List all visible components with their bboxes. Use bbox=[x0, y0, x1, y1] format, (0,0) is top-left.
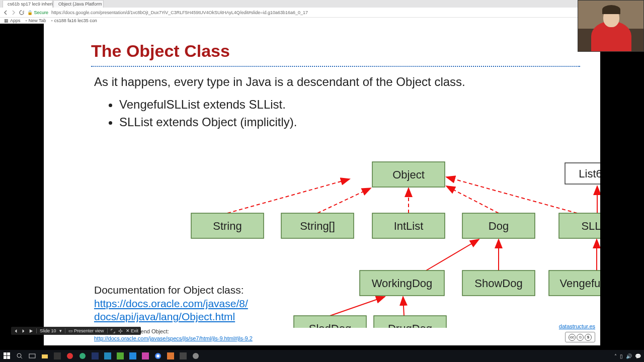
svg-rect-35 bbox=[92, 352, 99, 359]
gear-icon[interactable] bbox=[118, 329, 123, 333]
node-List61B: List61B bbox=[565, 163, 600, 184]
address-bar-row: 🔒 Secure https://docs.google.com/present… bbox=[0, 8, 644, 18]
bookmark-cs188[interactable]: ▫ cs188 fa16 lec35 con bbox=[51, 18, 97, 23]
prev-slide-icon[interactable] bbox=[14, 329, 18, 333]
back-icon[interactable] bbox=[3, 10, 8, 15]
browser-tab-1[interactable]: cs61b sp17 lec9 inherit bbox=[3, 0, 53, 8]
svg-rect-27 bbox=[4, 356, 7, 359]
svg-point-34 bbox=[79, 353, 86, 359]
doc-label: Documentation for Object class: bbox=[94, 284, 244, 296]
svg-point-24 bbox=[119, 330, 121, 332]
node-ShowDog: ShowDog bbox=[462, 270, 535, 296]
node-IntList: IntList bbox=[372, 213, 445, 238]
svg-rect-42 bbox=[167, 352, 174, 359]
tab-title: Object (Java Platform S bbox=[58, 2, 104, 7]
svg-text:Object: Object bbox=[392, 168, 425, 181]
svg-rect-38 bbox=[129, 352, 136, 359]
svg-point-41 bbox=[156, 354, 159, 357]
svg-text:VengefulSLList: VengefulSLList bbox=[560, 277, 600, 290]
node-SledDog: SledDog bbox=[294, 316, 366, 328]
svg-text:SLList: SLList bbox=[581, 220, 600, 232]
node-DrugDog: DrugDog bbox=[374, 316, 446, 328]
node-WorkingDog: WorkingDog bbox=[360, 270, 444, 296]
system-tray[interactable]: ˄ ▯ 🔊 💬 bbox=[614, 353, 641, 359]
app-icon-3[interactable] bbox=[78, 352, 87, 360]
svg-point-44 bbox=[193, 353, 199, 359]
app-icon-2[interactable] bbox=[66, 352, 74, 360]
edge-SledDog-WorkingDog bbox=[330, 297, 385, 316]
app-icon-9[interactable] bbox=[167, 352, 175, 360]
svg-rect-43 bbox=[180, 352, 187, 359]
url-text[interactable]: https://docs.google.com/presentation/d/1… bbox=[51, 10, 308, 15]
svg-rect-37 bbox=[117, 352, 124, 359]
node-Object: Object bbox=[372, 162, 445, 187]
tray-vol-icon[interactable]: 🔊 bbox=[626, 353, 632, 359]
app-icon-1[interactable] bbox=[53, 352, 61, 360]
tray-notif-icon[interactable]: 💬 bbox=[635, 353, 641, 359]
taskview-icon[interactable] bbox=[28, 352, 36, 360]
tray-chevron-icon[interactable]: ˄ bbox=[614, 353, 617, 359]
app-icon-6[interactable] bbox=[116, 352, 124, 360]
svg-rect-39 bbox=[142, 352, 149, 359]
app-icon-7[interactable] bbox=[129, 352, 137, 360]
search-icon[interactable] bbox=[16, 352, 24, 360]
svg-point-33 bbox=[67, 353, 73, 359]
title-divider bbox=[91, 66, 580, 67]
exit-button[interactable]: ✕ Exit bbox=[126, 328, 139, 333]
svg-rect-26 bbox=[7, 352, 10, 355]
svg-rect-31 bbox=[42, 354, 48, 358]
browser-chrome: cs61b sp17 lec9 inherit Object (Java Pla… bbox=[0, 0, 644, 24]
slide-title: The Object Class bbox=[91, 41, 230, 61]
next-slide-icon[interactable] bbox=[21, 329, 26, 333]
edge-WorkingDog-Dog bbox=[426, 239, 479, 270]
edge-Dog-Object bbox=[446, 186, 499, 213]
play-icon[interactable] bbox=[29, 329, 33, 333]
footnote-link[interactable]: http://docs.oracle.com/javase/specs/jls/… bbox=[94, 335, 253, 341]
secure-badge: 🔒 Secure bbox=[27, 10, 48, 15]
start-icon[interactable] bbox=[3, 352, 11, 360]
bookmark-bar: ▦ Apps ▫ New Tab ▫ cs188 fa16 lec35 con bbox=[0, 18, 644, 24]
svg-text:ShowDog: ShowDog bbox=[474, 277, 522, 290]
slide-counter[interactable]: Slide 10 bbox=[40, 328, 56, 333]
svg-text:String: String bbox=[213, 220, 242, 232]
app-icon-11[interactable] bbox=[192, 352, 200, 360]
expand-icon[interactable] bbox=[111, 329, 115, 333]
svg-rect-36 bbox=[104, 352, 111, 359]
slide-bullets: VengefulSLList extends SLList. SLList ex… bbox=[108, 94, 297, 129]
svg-rect-30 bbox=[29, 354, 35, 358]
doc-link[interactable]: https://docs.oracle.com/javase/8/ docs/a… bbox=[94, 297, 248, 324]
node-StringArr: String[] bbox=[281, 213, 354, 238]
edge-StringArr-Object bbox=[317, 188, 371, 213]
brand-link[interactable]: datastructur.es bbox=[559, 323, 595, 329]
node-String: String bbox=[191, 213, 264, 238]
chrome-icon[interactable] bbox=[154, 352, 162, 360]
edge-SLList-Object bbox=[446, 177, 577, 213]
node-VengefulSLList: VengefulSLList bbox=[549, 270, 600, 296]
app-icon-8[interactable] bbox=[141, 352, 149, 360]
app-icon-4[interactable] bbox=[91, 352, 99, 360]
presenter-toolbar: Slide 10▾ ▭ Presenter view ✕ Exit bbox=[11, 327, 141, 335]
cc-license-icon: cc⦸$ bbox=[565, 332, 595, 342]
bookmark-newtab[interactable]: ▫ New Tab bbox=[26, 18, 46, 23]
slide-intro: As it happens, every type in Java is a d… bbox=[94, 75, 465, 89]
bookmark-apps[interactable]: ▦ Apps bbox=[4, 18, 21, 23]
browser-tabs: cs61b sp17 lec9 inherit Object (Java Pla… bbox=[0, 0, 644, 8]
bullet-1: VengefulSLList extends SLList. bbox=[119, 98, 297, 112]
node-SLList: SLList bbox=[559, 213, 600, 238]
forward-icon[interactable] bbox=[11, 10, 16, 15]
tab-title: cs61b sp17 lec9 inherit bbox=[8, 2, 53, 7]
node-Dog: Dog bbox=[462, 213, 535, 238]
svg-text:SledDog: SledDog bbox=[309, 322, 351, 328]
webcam-overlay bbox=[578, 0, 644, 52]
app-icon-5[interactable] bbox=[104, 352, 112, 360]
app-icon-10[interactable] bbox=[179, 352, 187, 360]
svg-rect-25 bbox=[4, 352, 7, 355]
presentation-stage: The Object Class As it happens, every ty… bbox=[0, 24, 644, 350]
edge-String-Object bbox=[227, 179, 350, 213]
tray-net-icon[interactable]: ▯ bbox=[620, 353, 623, 359]
reload-icon[interactable] bbox=[19, 10, 24, 15]
browser-tab-2[interactable]: Object (Java Platform S bbox=[53, 0, 104, 8]
presenter-view-button[interactable]: ▭ Presenter view bbox=[68, 328, 104, 333]
bullet-2: SLList extends Object (implicitly). bbox=[119, 115, 297, 129]
explorer-icon[interactable] bbox=[41, 352, 49, 360]
